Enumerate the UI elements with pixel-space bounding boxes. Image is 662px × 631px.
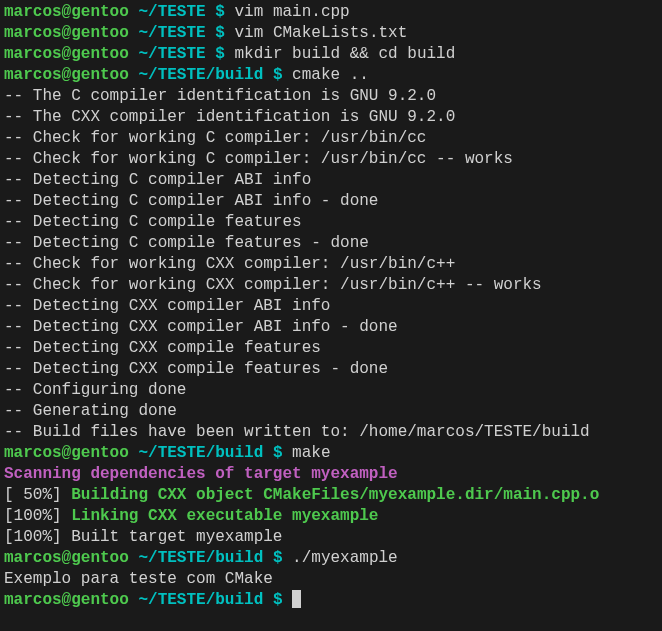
prompt-line: marcos@gentoo ~/TESTE/build $ ./myexampl… [4,548,658,569]
path: ~/TESTE/build [138,549,263,567]
output-line: -- Detecting C compiler ABI info [4,170,658,191]
output-line: -- Detecting C compile features [4,212,658,233]
path: ~/TESTE [138,3,205,21]
output-line: -- Detecting CXX compiler ABI info - don… [4,317,658,338]
output-line: -- Check for working C compiler: /usr/bi… [4,149,658,170]
output-line: -- Check for working C compiler: /usr/bi… [4,128,658,149]
output-line: -- Detecting C compile features - done [4,233,658,254]
output-line: -- Generating done [4,401,658,422]
user-host: marcos@gentoo [4,444,129,462]
build-msg: Building CXX object CMakeFiles/myexample… [71,486,599,504]
prompt-symbol: $ [273,549,283,567]
cursor-icon [292,590,301,608]
path: ~/TESTE [138,45,205,63]
user-host: marcos@gentoo [4,24,129,42]
prompt-line: marcos@gentoo ~/TESTE $ vim main.cpp [4,2,658,23]
percent: [ 50%] [4,486,71,504]
output-line: -- Detecting CXX compile features - done [4,359,658,380]
output-line: -- Check for working CXX compiler: /usr/… [4,254,658,275]
output-line: -- The C compiler identification is GNU … [4,86,658,107]
prompt-line: marcos@gentoo ~/TESTE/build $ cmake .. [4,65,658,86]
prompt-line-active[interactable]: marcos@gentoo ~/TESTE/build $ [4,590,658,611]
make-scan-line: Scanning dependencies of target myexampl… [4,464,658,485]
make-link-line: [100%] Linking CXX executable myexample [4,506,658,527]
command-text: cmake .. [292,66,369,84]
user-host: marcos@gentoo [4,591,129,609]
prompt-symbol: $ [273,591,283,609]
output-line: -- Configuring done [4,380,658,401]
make-done-line: [100%] Built target myexample [4,527,658,548]
prompt-symbol: $ [215,45,225,63]
command-text: vim CMakeLists.txt [234,24,407,42]
output-line: -- Detecting CXX compile features [4,338,658,359]
percent: [100%] [4,507,71,525]
program-output: Exemplo para teste com CMake [4,569,658,590]
prompt-symbol: $ [215,24,225,42]
link-msg: Linking CXX executable myexample [71,507,378,525]
command-text: mkdir build && cd build [234,45,455,63]
output-line: -- Check for working CXX compiler: /usr/… [4,275,658,296]
user-host: marcos@gentoo [4,45,129,63]
prompt-symbol: $ [273,66,283,84]
user-host: marcos@gentoo [4,549,129,567]
prompt-symbol: $ [215,3,225,21]
make-build-line: [ 50%] Building CXX object CMakeFiles/my… [4,485,658,506]
prompt-symbol: $ [273,444,283,462]
command-text: vim main.cpp [234,3,349,21]
path: ~/TESTE [138,24,205,42]
output-line: -- Detecting C compiler ABI info - done [4,191,658,212]
output-line: -- The CXX compiler identification is GN… [4,107,658,128]
prompt-line: marcos@gentoo ~/TESTE/build $ make [4,443,658,464]
command-text: ./myexample [292,549,398,567]
output-line: -- Build files have been written to: /ho… [4,422,658,443]
prompt-line: marcos@gentoo ~/TESTE $ mkdir build && c… [4,44,658,65]
user-host: marcos@gentoo [4,3,129,21]
command-text: make [292,444,330,462]
prompt-line: marcos@gentoo ~/TESTE $ vim CMakeLists.t… [4,23,658,44]
output-line: -- Detecting CXX compiler ABI info [4,296,658,317]
path: ~/TESTE/build [138,591,263,609]
user-host: marcos@gentoo [4,66,129,84]
path: ~/TESTE/build [138,66,263,84]
path: ~/TESTE/build [138,444,263,462]
